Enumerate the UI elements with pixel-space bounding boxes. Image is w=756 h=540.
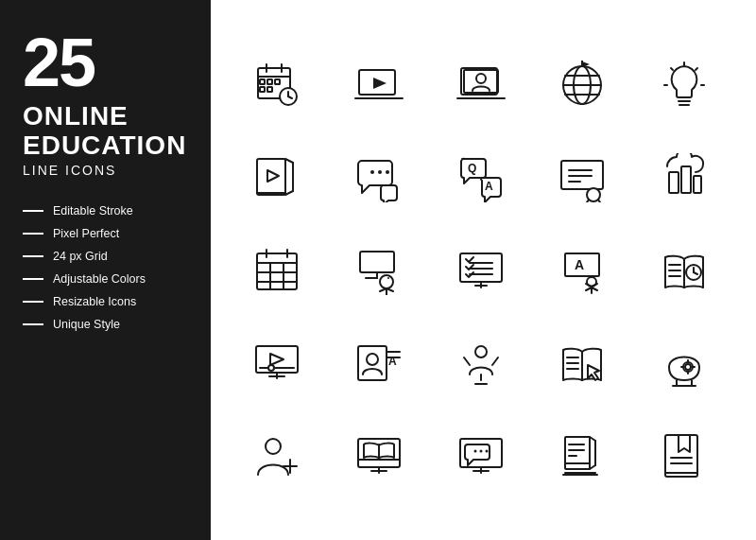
svg-point-17 [476, 74, 486, 83]
icon-teacher-board: A [544, 233, 620, 308]
svg-marker-111 [588, 365, 599, 380]
svg-point-39 [370, 170, 374, 174]
feature-item-4: Resizable Icons [23, 295, 188, 308]
svg-rect-15 [461, 68, 497, 95]
svg-rect-62 [360, 252, 394, 272]
svg-line-105 [464, 357, 470, 365]
title-block: ONLINE EDUCATION LINE ICONS [23, 102, 188, 178]
feature-dash [23, 255, 43, 257]
svg-point-102 [475, 346, 487, 357]
icon-monitor-list [443, 233, 519, 308]
icon-head-gear [646, 325, 722, 401]
icon-bookmark-page [646, 418, 722, 494]
icon-certificate [544, 140, 620, 216]
icon-count: 25 [23, 28, 188, 96]
svg-rect-33 [257, 159, 285, 195]
icon-book-monitor [341, 418, 417, 494]
left-panel: 25 ONLINE EDUCATION LINE ICONS Editable … [0, 0, 211, 540]
feature-label-1: Pixel Perfect [53, 227, 119, 240]
svg-point-121 [266, 439, 281, 454]
icon-laptop-person [443, 47, 519, 123]
svg-rect-129 [460, 439, 502, 467]
title-line1: ONLINE [23, 102, 188, 131]
svg-line-66 [380, 288, 387, 291]
feature-dash [23, 301, 43, 303]
feature-item-1: Pixel Perfect [23, 227, 188, 240]
svg-rect-6 [275, 79, 280, 84]
icon-open-book [646, 233, 722, 308]
icon-globe [544, 47, 620, 123]
features-list: Editable Stroke Pixel Perfect 24 px Grid… [23, 204, 188, 331]
feature-dash [23, 323, 43, 325]
icon-monitor-play [239, 325, 315, 401]
icon-chat-monitor [443, 418, 519, 494]
svg-point-64 [380, 275, 393, 288]
icon-chat-dots [341, 140, 417, 216]
svg-marker-14 [373, 78, 387, 89]
svg-point-134 [485, 449, 488, 452]
feature-dash [23, 210, 43, 212]
icon-video-play [341, 47, 417, 123]
svg-point-132 [473, 449, 476, 452]
title-line2: EDUCATION [23, 131, 188, 161]
feature-item-2: 24 px Grid [23, 250, 188, 263]
svg-text:A: A [575, 257, 584, 272]
icon-book-stack [544, 418, 620, 494]
svg-rect-53 [694, 176, 701, 193]
svg-line-50 [598, 200, 600, 202]
feature-label-2: 24 px Grid [53, 250, 108, 263]
icon-person-trophy [443, 325, 519, 401]
icon-book-cursor [544, 325, 620, 401]
svg-rect-4 [260, 79, 265, 84]
svg-line-67 [387, 288, 393, 291]
svg-rect-51 [669, 172, 679, 193]
svg-point-96 [268, 365, 274, 371]
svg-line-106 [492, 357, 498, 365]
svg-rect-145 [665, 435, 697, 477]
svg-line-90 [694, 272, 697, 274]
svg-point-40 [378, 170, 382, 174]
right-panel: Q A [211, 0, 756, 540]
icon-lightbulb [646, 47, 722, 123]
icon-book-play [239, 140, 315, 216]
svg-point-116 [685, 364, 691, 370]
svg-line-30 [671, 68, 673, 70]
svg-text:Q: Q [468, 162, 476, 175]
svg-line-37 [285, 191, 293, 195]
feature-dash [23, 233, 43, 235]
svg-line-36 [285, 159, 293, 163]
svg-rect-8 [267, 87, 272, 92]
svg-rect-52 [681, 166, 691, 193]
svg-marker-94 [270, 354, 284, 365]
svg-point-41 [386, 170, 389, 174]
feature-label-4: Resizable Icons [53, 295, 136, 308]
title-line3: LINE ICONS [23, 163, 188, 178]
icon-calendar-clock [239, 47, 315, 123]
svg-line-49 [587, 200, 589, 202]
feature-item-0: Editable Stroke [23, 204, 188, 218]
icon-qa-chat: Q A [443, 140, 519, 216]
svg-marker-35 [267, 170, 279, 182]
icon-lesson-book: A [341, 325, 417, 401]
icon-grid: Q A [239, 47, 728, 494]
svg-rect-5 [267, 79, 272, 84]
feature-item-5: Unique Style [23, 318, 188, 331]
feature-item-3: Adjustable Colors [23, 272, 188, 286]
svg-rect-7 [260, 87, 265, 92]
svg-line-29 [696, 68, 697, 70]
icon-presenter [341, 233, 417, 308]
icon-calendar-grid [239, 233, 315, 308]
svg-line-83 [592, 284, 597, 287]
feature-dash [23, 278, 43, 280]
svg-text:A: A [485, 180, 493, 193]
feature-label-0: Editable Stroke [53, 204, 133, 218]
icon-person-add [239, 418, 315, 494]
icon-cloud-upload [646, 140, 722, 216]
svg-line-82 [586, 284, 592, 287]
svg-point-133 [479, 449, 482, 452]
feature-label-3: Adjustable Colors [53, 272, 146, 286]
svg-point-98 [367, 354, 378, 365]
feature-label-5: Unique Style [53, 318, 120, 331]
